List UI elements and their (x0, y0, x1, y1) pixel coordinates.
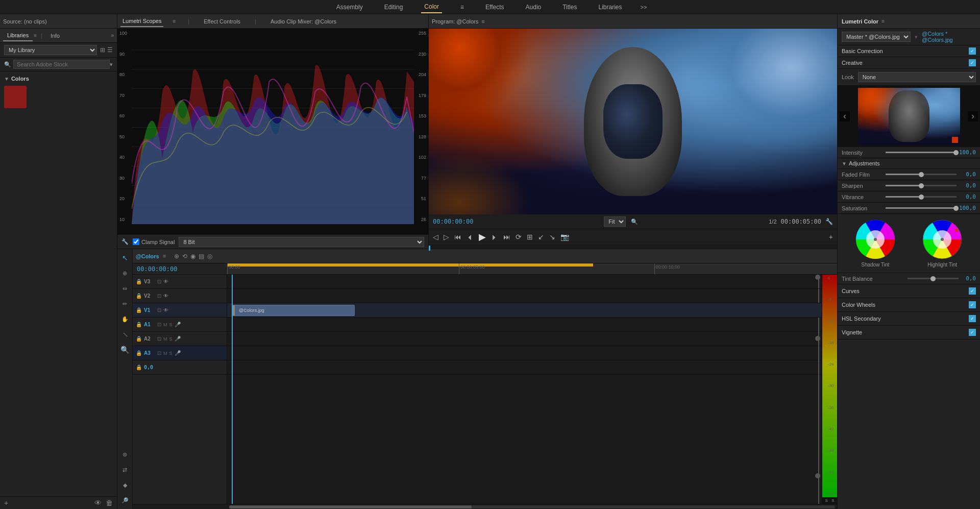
color-swatch[interactable] (4, 86, 27, 108)
adjustments-header[interactable]: ▼ Adjustments (838, 158, 980, 169)
step-back-btn[interactable]: ⏴ (467, 233, 474, 241)
trash-icon[interactable]: 🗑 (106, 499, 113, 507)
zoom-tool[interactable]: 🔍 (119, 344, 131, 355)
track-m-a1[interactable]: M (163, 322, 167, 327)
timeline-scrollbar[interactable] (133, 504, 837, 509)
sync-icon[interactable]: ⟲ (182, 253, 187, 260)
shadow-tint-wheel[interactable] (855, 219, 896, 260)
track-row-a3[interactable] (227, 346, 822, 360)
tint-balance-thumb[interactable] (930, 276, 936, 281)
tab-lumetri-scopes[interactable]: Lumetri Scopes (120, 16, 163, 27)
export-frame-btn[interactable]: 📷 (560, 233, 569, 241)
clamp-signal-label[interactable]: Clamp Signal (133, 238, 175, 245)
track-row-v3[interactable] (227, 275, 822, 289)
clip-block[interactable]: @Colors.jpg (232, 305, 355, 316)
track-row-a2[interactable] (227, 332, 822, 346)
lumetri-menu-icon[interactable]: ≡ (881, 18, 885, 24)
highlight-tint-wheel[interactable] (922, 219, 963, 260)
nav-effects[interactable]: Effects (482, 2, 507, 13)
lock-v1[interactable]: 🔒 (136, 307, 142, 313)
go-end-btn[interactable]: ⏭ (503, 233, 510, 241)
lock-v2[interactable]: 🔒 (136, 293, 142, 299)
curves-row[interactable]: Curves ✓ (838, 284, 980, 298)
nav-libraries[interactable]: Libraries (595, 2, 625, 13)
colors-header[interactable]: ▼ Colors (4, 76, 113, 82)
mark-out-btn[interactable]: ▷ (444, 233, 449, 241)
wrench-icon[interactable]: 🔧 (121, 238, 129, 245)
timecode-display[interactable]: 00:00:00:00 (133, 265, 227, 273)
look-select[interactable]: None (858, 72, 976, 82)
track-s-a2[interactable]: S (169, 336, 173, 342)
grid-view-icon[interactable]: ⊞ (100, 46, 105, 54)
lock-a2[interactable]: 🔒 (136, 336, 142, 342)
libraries-menu-icon[interactable]: ≡ (34, 33, 37, 38)
track-eye-v3[interactable]: 👁 (163, 279, 168, 284)
curves-checkbox[interactable]: ✓ (969, 287, 976, 295)
multicam-btn[interactable]: ⊞ (527, 233, 533, 241)
program-playhead-strip[interactable] (429, 245, 837, 249)
snap-tool[interactable]: ⊛ (119, 449, 131, 460)
mark-in-btn[interactable]: ◁ (433, 233, 438, 241)
fit-select[interactable]: Fit (604, 216, 626, 227)
sequence-icon[interactable]: ▤ (199, 253, 204, 260)
hsl-secondary-row[interactable]: HSL Secondary ✓ (838, 312, 980, 326)
track-s-a1[interactable]: S (169, 322, 173, 327)
hsl-secondary-checkbox[interactable]: ✓ (969, 315, 976, 322)
next-arrow[interactable]: › (968, 111, 978, 122)
go-start-btn[interactable]: ⏮ (454, 233, 461, 241)
track-icon-v2[interactable]: ⊡ (157, 293, 161, 299)
track-row-v1[interactable]: @Colors.jpg (227, 303, 822, 318)
sharpen-thumb[interactable] (919, 183, 924, 188)
timeline-tracks-right[interactable]: @Colors.jpg (227, 275, 822, 504)
track-mic-a3[interactable]: 🎤 (175, 350, 181, 356)
lock-v3[interactable]: 🔒 (136, 279, 142, 284)
settings-icon2[interactable]: ◎ (207, 253, 212, 260)
prev-arrow[interactable]: ‹ (840, 111, 850, 122)
track-mic-a1[interactable]: 🎤 (175, 322, 181, 327)
faded-film-thumb[interactable] (919, 172, 924, 177)
bit-depth-select[interactable]: 8 Bit (179, 237, 424, 247)
nav-color[interactable]: Color (421, 1, 442, 13)
intensity-slider-track[interactable] (886, 152, 956, 153)
nav-audio[interactable]: Audio (523, 2, 545, 13)
play-btn[interactable]: ▶ (479, 231, 486, 243)
saturation-thumb[interactable] (953, 206, 959, 211)
track-select-icon[interactable]: ◉ (190, 253, 195, 260)
edit-tool[interactable]: ⊕ (119, 268, 131, 279)
panel-expand-icon[interactable]: » (111, 33, 114, 38)
track-icon-v3[interactable]: ⊡ (157, 279, 161, 284)
track-icon-a1[interactable]: ⊡ (157, 322, 161, 327)
overwrite-btn[interactable]: ↘ (549, 233, 555, 241)
sharpen-track[interactable] (886, 185, 957, 186)
track-row-a1[interactable] (227, 318, 822, 332)
razor-tool[interactable]: | (117, 326, 133, 342)
program-menu-icon[interactable]: ≡ (481, 18, 484, 25)
timeline-menu-icon[interactable]: ≡ (163, 253, 166, 259)
basic-correction-checkbox[interactable]: ✓ (969, 47, 976, 55)
track-s-a3[interactable]: S (169, 351, 173, 356)
search-filter-icon[interactable]: ▾ (110, 61, 113, 68)
search-zoom-tool[interactable]: 🔎 (119, 495, 131, 506)
lock-a1[interactable]: 🔒 (136, 322, 142, 327)
track-icon-a2[interactable]: ⊡ (157, 336, 161, 342)
saturation-track[interactable] (886, 207, 956, 209)
track-icon-a3[interactable]: ⊡ (157, 350, 161, 356)
program-timecode[interactable]: 00:00:00:00 (433, 218, 473, 225)
loop-btn[interactable]: ⟳ (516, 233, 522, 241)
creative-section[interactable]: Creative ✓ (838, 57, 980, 69)
link-toggle-icon[interactable]: ⊕ (174, 253, 179, 260)
wrench2-icon[interactable]: 🔧 (825, 218, 833, 225)
track-eye-v1[interactable]: 👁 (163, 307, 168, 313)
scopes-menu-icon[interactable]: ≡ (173, 18, 176, 24)
scrollbar-thumb[interactable] (229, 505, 472, 508)
eye-icon[interactable]: 👁 (94, 499, 102, 507)
creative-checkbox[interactable]: ✓ (969, 59, 976, 66)
marker-tool[interactable]: ◆ (119, 479, 131, 491)
search-input[interactable] (13, 60, 110, 69)
add-edit-btn[interactable]: + (829, 233, 833, 241)
nav-editing[interactable]: Editing (381, 2, 406, 13)
track-row-master[interactable] (227, 360, 822, 375)
at-colors-link[interactable]: @Colors * @Colors.jpg (922, 31, 976, 43)
basic-correction-section[interactable]: Basic Correction ✓ (838, 45, 980, 57)
master-select[interactable]: Master * @Colors.jpg (842, 32, 911, 42)
